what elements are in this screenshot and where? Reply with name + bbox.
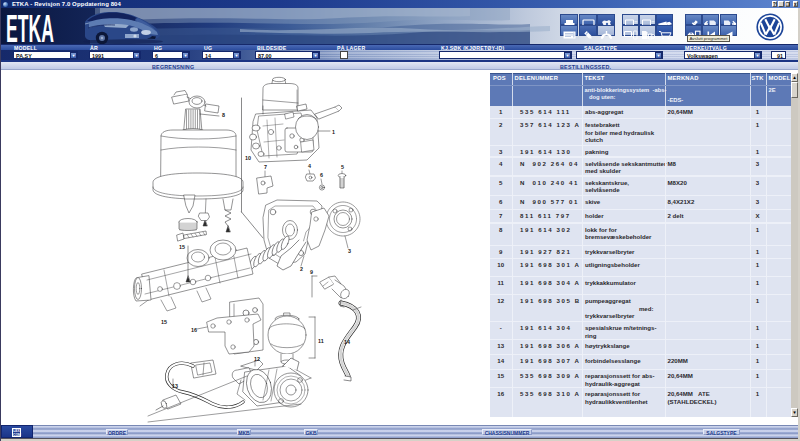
svg-text:13: 13 [172,383,178,389]
svg-text:15: 15 [179,244,185,250]
svg-text:1: 1 [332,129,335,135]
svg-text:11: 11 [318,338,324,344]
svg-text:6: 6 [320,172,323,178]
svg-text:14: 14 [344,339,350,345]
svg-text:7: 7 [264,164,267,170]
svg-text:5: 5 [341,164,344,170]
svg-text:4: 4 [308,163,311,169]
svg-text:8: 8 [222,112,225,118]
svg-text:12: 12 [254,356,260,362]
svg-text:3: 3 [348,248,351,254]
svg-text:10: 10 [245,155,251,161]
svg-text:16: 16 [191,327,197,333]
svg-text:15: 15 [161,319,167,325]
svg-text:2: 2 [300,266,303,272]
svg-text:9: 9 [310,269,313,275]
